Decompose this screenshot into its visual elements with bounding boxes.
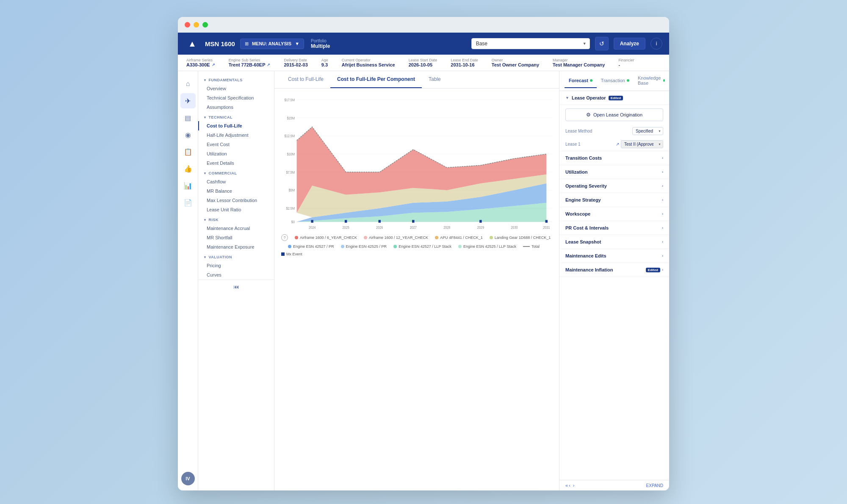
tab-table[interactable]: Table (422, 71, 448, 88)
refresh-icon: ↺ (599, 40, 604, 47)
nav-section-valuation[interactable]: ▼ VALUATION (198, 252, 274, 261)
nav-item-mr-shortfall[interactable]: MR Shortfall (198, 233, 274, 242)
open-lease-label: Open Lease Origination (593, 112, 642, 117)
sidebar-icon-shield[interactable]: ◉ (180, 127, 196, 142)
sidebar-icon-plane[interactable]: ✈ (180, 93, 196, 108)
nav-section-risk[interactable]: ▼ RISK (198, 214, 274, 224)
svg-rect-28 (311, 220, 313, 222)
expand-button[interactable]: EXPAND (646, 483, 663, 488)
nav-item-event-details[interactable]: Event Details (198, 158, 274, 168)
nav-section-technical[interactable]: ▼ TECHNICAL (198, 112, 274, 121)
sidebar-icon-chart[interactable]: 📊 (180, 178, 196, 193)
nav-item-tech-spec[interactable]: Technical Specification (198, 93, 274, 102)
utilization-chevron: › (662, 170, 663, 174)
sidebar-icon-thumb[interactable]: 👍 (180, 161, 196, 176)
analyze-button[interactable]: Analyze (614, 38, 645, 50)
rp-tab-forecast[interactable]: Forecast (565, 74, 597, 88)
menu-selector[interactable]: ⊞ MENU: ANALYSIS ▼ (240, 39, 304, 49)
info-button[interactable]: i (650, 38, 662, 50)
pr-cost-header[interactable]: PR Cost & Intervals › (559, 221, 669, 235)
nav-collapse-button[interactable]: ⏮ (198, 280, 274, 294)
nav-next-button[interactable]: › (573, 483, 575, 488)
content-tabs: Cost to Full-Life Cost to Full-Life Per … (274, 71, 559, 89)
chevron-down-icon: ▼ (203, 78, 207, 82)
scenario-wrapper[interactable]: Base (471, 38, 590, 49)
refresh-button[interactable]: ↺ (595, 37, 609, 50)
close-button[interactable] (185, 22, 190, 28)
operating-severity-header[interactable]: Operating Severity › (559, 179, 669, 193)
lease-start-field: Lease Start Date 2026-10-05 (409, 58, 437, 67)
nav-item-max-lessor[interactable]: Max Lessor Contribution (198, 196, 274, 205)
lease-snapshot-section: Lease Snapshot › (559, 235, 669, 249)
nav-prev-button[interactable]: « ‹ (565, 483, 570, 488)
minimize-button[interactable] (194, 22, 199, 28)
nav-item-maintenance-exposure[interactable]: Maintenance Exposure (198, 242, 274, 252)
nav-item-assumptions[interactable]: Assumptions (198, 102, 274, 112)
lease-end-field: Lease End Date 2031-10-16 (451, 58, 478, 67)
owner-field: Owner Test Owner Company (492, 58, 539, 67)
user-avatar[interactable]: IV (181, 472, 195, 485)
rp-tab-knowledge[interactable]: Knowledge Base (634, 71, 669, 91)
nav-right-icon-2: › (573, 483, 575, 488)
maximize-button[interactable] (202, 22, 208, 28)
nav-section-commercial[interactable]: ▼ COMMERCIAL (198, 168, 274, 177)
chart-help-icon[interactable]: ? (281, 234, 288, 241)
svg-text:2027: 2027 (410, 225, 417, 230)
nav-item-cost-fulllife[interactable]: Cost to Full-Life (198, 121, 274, 130)
svg-text:$5M: $5M (289, 188, 295, 193)
tab-cost-fulllife-component[interactable]: Cost to Full-Life Per Component (330, 71, 422, 88)
utilization-header[interactable]: Utilization › (559, 165, 669, 179)
engine-strategy-header[interactable]: Engine Strategy › (559, 193, 669, 207)
sidebar-icon-document[interactable]: 📄 (180, 195, 196, 210)
nav-section-fundamentals-label: FUNDAMENTALS (208, 78, 242, 82)
engine-sub-field: Engine Sub Series Trent 772B-60EP ↗ (229, 58, 271, 67)
maintenance-inflation-edited-badge: Edited (646, 268, 660, 272)
chevron-down-icon-4: ▼ (203, 218, 207, 222)
rp-tab-transaction[interactable]: Transaction (597, 74, 634, 88)
chart-area: $17.5M $15M $12.5M $10M $7.5M $5M $2.5M … (274, 89, 559, 490)
nav-section-technical-label: TECHNICAL (208, 115, 233, 119)
nav-item-cashflow[interactable]: Cashflow (198, 177, 274, 186)
owner-label: Owner (492, 58, 539, 62)
maintenance-edits-section: Maintenance Edits › (559, 249, 669, 263)
svg-text:$2.5M: $2.5M (286, 206, 295, 210)
scenario-select[interactable]: Base (471, 38, 590, 49)
sidebar-icon-home[interactable]: ⌂ (180, 76, 196, 91)
transition-costs-header[interactable]: Transition Costs › (559, 151, 669, 165)
lease1-select[interactable]: Test II (Approved ... (621, 140, 663, 148)
lease-method-select-wrapper[interactable]: Specified (632, 127, 663, 135)
operating-severity-section: Operating Severity › (559, 179, 669, 193)
svg-text:2029: 2029 (477, 225, 484, 230)
lease-operator-header[interactable]: ▼ Lease Operator Edited (559, 91, 669, 105)
nav-item-maintenance-accrual[interactable]: Maintenance Accrual (198, 224, 274, 233)
nav-item-event-cost[interactable]: Event Cost (198, 140, 274, 149)
workscope-header[interactable]: Workscope › (559, 207, 669, 221)
age-label: Age (321, 58, 328, 62)
nav-item-pricing[interactable]: Pricing (198, 261, 274, 270)
engine-ext-icon[interactable]: ↗ (267, 63, 270, 67)
transition-costs-section: Transition Costs › (559, 151, 669, 165)
lease-end-label: Lease End Date (451, 58, 478, 62)
nav-item-curves[interactable]: Curves (198, 270, 274, 280)
nav-item-halflife[interactable]: Half-Life Adjustment (198, 130, 274, 140)
lease-operator-chevron: ▼ (565, 96, 569, 100)
sidebar-icon-layers[interactable]: ▤ (180, 110, 196, 125)
lease-method-select[interactable]: Specified (632, 127, 663, 135)
nav-item-overview[interactable]: Overview (198, 84, 274, 93)
nav-item-utilization[interactable]: Utilization (198, 149, 274, 158)
financier-label: Financier (618, 58, 634, 62)
lease1-select-wrap[interactable]: Test II (Approved ... (621, 140, 663, 148)
tab-cost-fulllife[interactable]: Cost to Full-Life (281, 71, 330, 88)
open-lease-button[interactable]: ⚙ Open Lease Origination (565, 108, 663, 121)
lease-snapshot-header[interactable]: Lease Snapshot › (559, 235, 669, 249)
maintenance-edits-header[interactable]: Maintenance Edits › (559, 249, 669, 263)
svg-rect-33 (545, 220, 548, 222)
airframe-ext-icon[interactable]: ↗ (212, 63, 215, 67)
lease1-ext-icon[interactable]: ↗ (616, 142, 619, 147)
nav-section-fundamentals[interactable]: ▼ FUNDAMENTALS (198, 75, 274, 84)
sidebar-icon-clipboard[interactable]: 📋 (180, 144, 196, 159)
nav-item-mr-balance[interactable]: MR Balance (198, 186, 274, 196)
maintenance-inflation-header[interactable]: Maintenance Inflation Edited › (559, 263, 669, 277)
nav-item-lease-unit[interactable]: Lease Unit Ratio (198, 205, 274, 214)
right-panel-tabs: Forecast Transaction Knowledge Base (559, 71, 669, 91)
